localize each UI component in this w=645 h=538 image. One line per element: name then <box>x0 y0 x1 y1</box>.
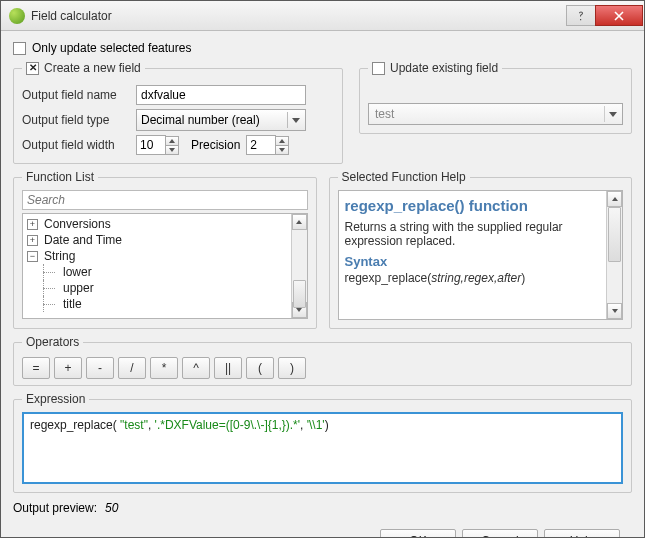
help-button[interactable]: Help <box>544 529 620 537</box>
function-search-input[interactable] <box>22 190 308 210</box>
output-name-input[interactable] <box>136 85 306 105</box>
titlebar-close-button[interactable] <box>595 5 643 26</box>
output-type-combo[interactable]: Decimal number (real) <box>136 109 306 131</box>
operators-legend: Operators <box>22 335 83 349</box>
precision-spinner[interactable] <box>246 135 289 155</box>
help-syntax-label: Syntax <box>345 254 605 269</box>
update-field-value: test <box>375 107 394 121</box>
update-field-legend: Update existing field <box>390 61 498 75</box>
expression-group: Expression regexp_replace( "test", '.*DX… <box>13 392 632 493</box>
titlebar-help-button[interactable] <box>566 5 596 26</box>
precision-label: Precision <box>191 138 240 152</box>
output-width-label: Output field width <box>22 138 130 152</box>
output-preview-label: Output preview: <box>13 501 97 515</box>
create-field-legend: Create a new field <box>44 61 141 75</box>
question-icon <box>575 10 587 22</box>
output-preview-value: 50 <box>105 501 118 515</box>
help-title: regexp_replace() function <box>345 197 605 214</box>
precision-input[interactable] <box>246 135 276 155</box>
tree-item-title[interactable]: title <box>23 296 291 312</box>
spin-down-icon[interactable] <box>275 145 289 155</box>
function-list-legend: Function List <box>22 170 98 184</box>
create-field-group: Create a new field Output field name Out… <box>13 61 343 164</box>
op-power-button[interactable]: ^ <box>182 357 210 379</box>
function-help-scrollbar[interactable] <box>606 191 622 319</box>
help-description: Returns a string with the supplied regul… <box>345 220 605 248</box>
function-list-group: Function List + Conversions + Date and T… <box>13 170 317 329</box>
close-icon <box>613 10 625 22</box>
window-title: Field calculator <box>31 9 567 23</box>
update-field-group: Update existing field test <box>359 61 632 134</box>
chevron-down-icon <box>287 112 303 128</box>
tree-group-datetime[interactable]: + Date and Time <box>23 232 291 248</box>
op-multiply-button[interactable]: * <box>150 357 178 379</box>
scroll-up-icon[interactable] <box>607 191 622 207</box>
op-lparen-button[interactable]: ( <box>246 357 274 379</box>
tree-item-lower[interactable]: lower <box>23 264 291 280</box>
output-preview-row: Output preview: 50 <box>13 501 632 515</box>
tree-item-upper[interactable]: upper <box>23 280 291 296</box>
only-update-label: Only update selected features <box>32 41 191 55</box>
only-update-row: Only update selected features <box>13 41 632 55</box>
output-type-value: Decimal number (real) <box>141 113 260 127</box>
spin-down-icon[interactable] <box>165 145 179 155</box>
scroll-down-icon[interactable] <box>607 303 622 319</box>
op-rparen-button[interactable]: ) <box>278 357 306 379</box>
titlebar[interactable]: Field calculator <box>1 1 644 31</box>
function-tree-scrollbar[interactable] <box>291 214 307 318</box>
field-calculator-window: Field calculator Only update selected fe… <box>0 0 645 538</box>
only-update-checkbox[interactable] <box>13 42 26 55</box>
function-help-panel: regexp_replace() function Returns a stri… <box>338 190 624 320</box>
collapse-icon[interactable]: − <box>27 251 38 262</box>
op-plus-button[interactable]: + <box>54 357 82 379</box>
output-name-label: Output field name <box>22 88 130 102</box>
tree-group-conversions[interactable]: + Conversions <box>23 216 291 232</box>
op-divide-button[interactable]: / <box>118 357 146 379</box>
chevron-down-icon <box>604 106 620 122</box>
update-field-combo[interactable]: test <box>368 103 623 125</box>
help-signature: regexp_replace(string,regex,after) <box>345 271 605 285</box>
dialog-footer: OK Cancel Help <box>13 521 632 537</box>
expression-textarea[interactable]: regexp_replace( "test", '.*DXFValue=([0-… <box>22 412 623 484</box>
scroll-up-icon[interactable] <box>292 214 307 230</box>
update-field-checkbox[interactable] <box>372 62 385 75</box>
op-minus-button[interactable]: - <box>86 357 114 379</box>
function-help-group: Selected Function Help regexp_replace() … <box>329 170 633 329</box>
tree-group-string[interactable]: − String <box>23 248 291 264</box>
output-type-label: Output field type <box>22 113 130 127</box>
app-icon <box>9 8 25 24</box>
create-field-checkbox[interactable] <box>26 62 39 75</box>
cancel-button[interactable]: Cancel <box>462 529 538 537</box>
op-concat-button[interactable]: || <box>214 357 242 379</box>
expand-icon[interactable]: + <box>27 235 38 246</box>
expand-icon[interactable]: + <box>27 219 38 230</box>
ok-button[interactable]: OK <box>380 529 456 537</box>
function-help-legend: Selected Function Help <box>338 170 470 184</box>
operators-group: Operators = + - / * ^ || ( ) <box>13 335 632 386</box>
op-equals-button[interactable]: = <box>22 357 50 379</box>
output-width-input[interactable] <box>136 135 166 155</box>
output-width-spinner[interactable] <box>136 135 179 155</box>
expression-legend: Expression <box>22 392 89 406</box>
function-tree[interactable]: + Conversions + Date and Time − String l… <box>22 213 308 319</box>
